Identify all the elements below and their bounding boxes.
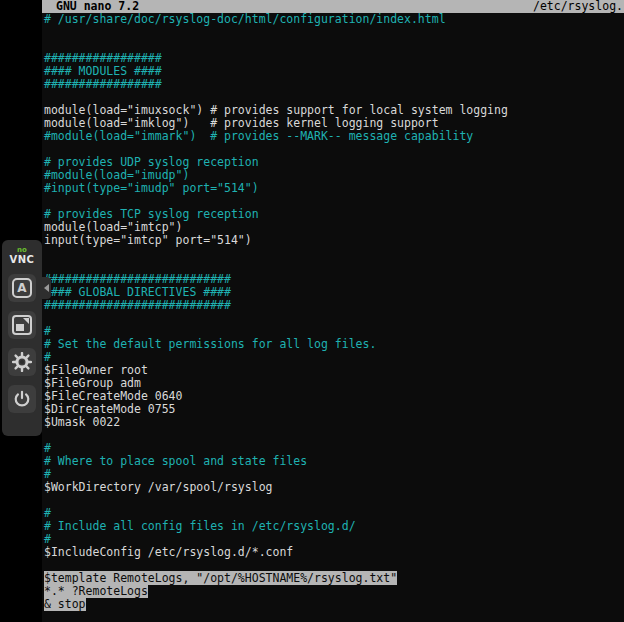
editor-line xyxy=(44,26,624,39)
editor-line: # /usr/share/doc/rsyslog-doc/html/config… xyxy=(44,13,624,26)
editor-line: *.* ?RemoteLogs xyxy=(44,585,624,598)
extra-keys-button[interactable]: A xyxy=(8,274,36,302)
power-button[interactable] xyxy=(8,385,36,413)
editor-line xyxy=(44,494,624,507)
editor-line: & stop xyxy=(44,598,624,611)
power-icon xyxy=(13,390,31,408)
control-bar-handle[interactable] xyxy=(42,277,51,299)
editor-line: $Umask 0022 xyxy=(44,416,624,429)
vnc-control-bar: no VNC A xyxy=(2,240,42,436)
editor-line xyxy=(44,312,624,325)
editor-line xyxy=(44,429,624,442)
novnc-logo: no VNC xyxy=(10,247,35,265)
editor-line: $IncludeConfig /etc/rsyslog.d/*.conf xyxy=(44,546,624,559)
fullscreen-button[interactable] xyxy=(8,311,36,339)
editor-line: $WorkDirectory /var/spool/rsyslog xyxy=(44,481,624,494)
editor-line: ########################### xyxy=(44,299,624,312)
gear-icon xyxy=(12,352,32,372)
fullscreen-icon-fill xyxy=(16,324,24,331)
novnc-logo-no: no xyxy=(10,247,35,254)
editor-line xyxy=(44,247,624,260)
editor-line: $DirCreateMode 0755 xyxy=(44,403,624,416)
fullscreen-icon xyxy=(12,315,32,335)
editor-line: # Where to place spool and state files xyxy=(44,455,624,468)
fullscreen-icon-arrow xyxy=(23,318,29,324)
terminal-window[interactable]: GNU nano 7.2 /etc/rsyslog. # /usr/share/… xyxy=(42,0,624,622)
editor-line: ################# xyxy=(44,78,624,91)
editor-line: input(type="imtcp" port="514") xyxy=(44,234,624,247)
editor-line: # Set the default permissions for all lo… xyxy=(44,338,624,351)
novnc-logo-vnc: VNC xyxy=(10,255,35,265)
editor-line: # Include all config files in /etc/rsysl… xyxy=(44,520,624,533)
collapse-arrow-icon xyxy=(44,284,49,292)
file-path-label: /etc/rsyslog. xyxy=(533,0,623,13)
keyboard-a-icon: A xyxy=(12,278,32,298)
settings-button[interactable] xyxy=(8,348,36,376)
editor-line: #input(type="imudp" port="514") xyxy=(44,182,624,195)
editor-content[interactable]: # /usr/share/doc/rsyslog-doc/html/config… xyxy=(42,13,624,611)
editor-line: #module(load="immark") # provides --MARK… xyxy=(44,130,624,143)
